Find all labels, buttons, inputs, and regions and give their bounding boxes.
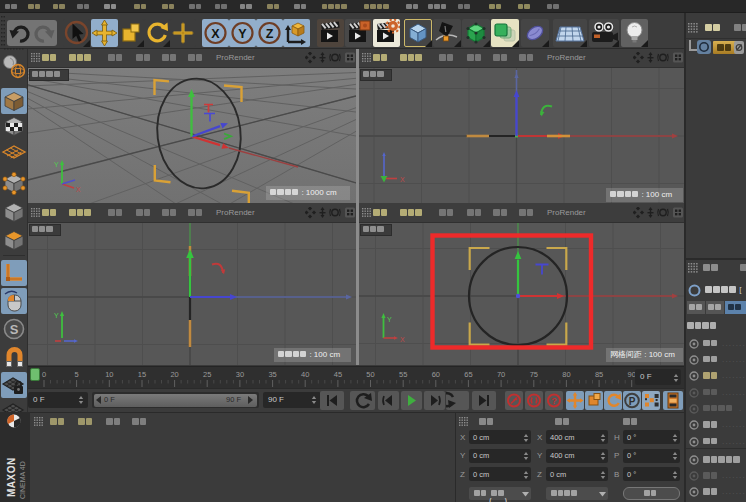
svg-text:35: 35 [268,370,276,379]
svg-text:75: 75 [530,370,538,379]
svg-text:45: 45 [334,370,342,379]
svg-text:CINEMA 4D: CINEMA 4D [19,461,26,499]
svg-text:15: 15 [138,370,146,379]
svg-text:Y: Y [387,316,392,323]
svg-text:10: 10 [105,370,113,379]
svg-text:S: S [10,322,19,337]
svg-text:?: ? [551,396,557,406]
svg-text:Z: Z [266,27,274,41]
svg-text:50: 50 [366,370,374,379]
svg-text:55: 55 [399,370,407,379]
svg-text:MAXON: MAXON [6,457,17,497]
svg-text:60: 60 [432,370,440,379]
svg-text:Y: Y [54,312,59,319]
svg-text:Y: Y [238,27,247,41]
svg-text:X: X [76,186,81,193]
svg-text:80: 80 [562,370,570,379]
svg-text:5: 5 [75,370,79,379]
svg-text:25: 25 [203,370,211,379]
svg-text:20: 20 [170,370,178,379]
svg-text:70: 70 [497,370,505,379]
svg-text:65: 65 [464,370,472,379]
svg-text:0: 0 [42,370,46,379]
svg-text:Y: Y [54,161,59,168]
svg-text:X: X [400,176,405,183]
svg-text:P: P [629,396,636,407]
svg-text:40: 40 [301,370,309,379]
svg-text:85: 85 [595,370,603,379]
svg-text:30: 30 [236,370,244,379]
svg-text:X: X [400,336,405,343]
svg-text:X: X [211,27,220,41]
